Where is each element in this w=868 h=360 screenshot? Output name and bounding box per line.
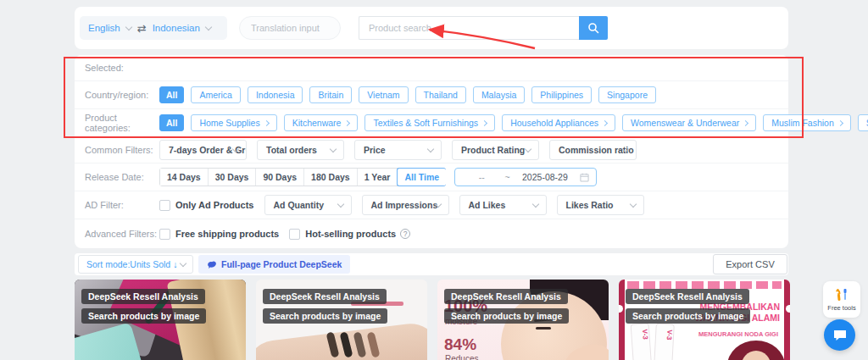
product-search-group [359, 16, 608, 40]
advanced-filters-label: Advanced Filters: [85, 229, 159, 239]
common-filters-row: Common Filters: 7-days Order & Gr··· Tot… [75, 137, 788, 163]
chevron-down-icon [205, 23, 212, 30]
category-button-household-appliances[interactable]: Household Appliances [502, 114, 615, 131]
fullpage-deepseek-button[interactable]: Full-page Product DeepSeek [198, 255, 350, 274]
segment-180-days[interactable]: 180 Days [304, 169, 358, 186]
free-tools-label: Free tools [827, 304, 855, 312]
date-range-picker[interactable]: -- ~ 2025-08-29 [454, 168, 597, 186]
dropdown-total-orders[interactable]: Total orders [257, 140, 344, 160]
free-shipping-label: Free shipping products [175, 229, 279, 239]
segment-all-time[interactable]: All Time [397, 168, 446, 186]
deepseek-resell-analysis-button[interactable]: DeepSeek Resell Analysis [626, 289, 749, 304]
country-button-britain[interactable]: Britain [309, 86, 352, 103]
country-button-indonesia[interactable]: Indonesia [248, 86, 303, 103]
chevron-down-icon [330, 146, 337, 152]
free-shipping-checkbox[interactable] [159, 229, 170, 240]
image-text: V-3 [656, 324, 674, 341]
category-button-kitchenware[interactable]: Kitchenware [284, 114, 359, 131]
chevron-right-icon [344, 119, 350, 125]
results-toolbar: Sort mode:Units Sold ↓ Full-page Product… [75, 253, 788, 275]
release-date-segments: 14 Days 30 Days 90 Days 180 Days 1 Year … [159, 168, 446, 186]
dropdown-7days-order-growth[interactable]: 7-days Order & Gr··· [159, 140, 247, 160]
dropdown-ad-likes[interactable]: Ad Likes [459, 195, 547, 215]
date-from-value: -- [462, 172, 501, 182]
category-button-home-supplies[interactable]: Home Supplies [191, 114, 276, 131]
country-all-button[interactable]: All [159, 86, 184, 103]
translation-search-bar: English ⇄ Indonesian [75, 7, 788, 49]
hot-selling-label: Hot-selling products [305, 229, 396, 239]
tools-icon [833, 287, 850, 302]
country-button-vietnam[interactable]: Vietnam [359, 86, 408, 103]
search-button[interactable] [579, 16, 608, 40]
deepseek-resell-analysis-button[interactable]: DeepSeek Resell Analysis [81, 289, 205, 304]
deepseek-resell-analysis-button[interactable]: DeepSeek Resell Analysis [444, 289, 568, 304]
segment-14-days[interactable]: 14 Days [160, 169, 209, 186]
free-tools-button[interactable]: Free tools [823, 281, 860, 318]
chevron-right-icon [264, 119, 270, 125]
dropdown-price[interactable]: Price [354, 140, 442, 160]
category-button-textiles[interactable]: Textiles & Soft Furnishings [364, 114, 495, 131]
search-by-image-button[interactable]: Search products by image [626, 308, 750, 324]
date-separator: ~ [505, 172, 510, 182]
chevron-down-icon [125, 23, 131, 30]
segment-1-year[interactable]: 1 Year [358, 169, 398, 186]
country-button-singapore[interactable]: Singapore [598, 86, 656, 103]
search-by-image-button[interactable]: Search products by image [81, 308, 206, 324]
chevron-down-icon [525, 146, 531, 152]
image-text: Reduces [445, 354, 478, 360]
sort-mode-dropdown[interactable]: Sort mode:Units Sold ↓ [78, 255, 193, 274]
chevron-right-icon [481, 119, 487, 125]
swap-languages-icon[interactable]: ⇄ [137, 23, 147, 34]
chevron-right-icon [837, 119, 843, 125]
dropdown-product-rating[interactable]: Product Rating [452, 140, 539, 160]
category-button-womenswear[interactable]: Womenswear & Underwear [622, 114, 756, 131]
dropdown-ad-quantity[interactable]: Ad Quantity [264, 195, 352, 215]
image-text: MENGURANGI NODA GIGI [698, 330, 778, 338]
date-to-value: 2025-08-29 [514, 172, 576, 182]
country-region-label: Country/region: [85, 90, 159, 100]
target-language-select[interactable]: Indonesian [153, 23, 200, 33]
dropdown-commission-ratio[interactable]: Commission ratio [549, 140, 637, 160]
ad-filter-row: AD Filter: Only Ad Products Ad Quantity … [75, 191, 788, 219]
only-ad-products-checkbox[interactable] [159, 200, 170, 211]
advanced-filters-row: Advanced Filters: Free shipping products… [75, 219, 788, 248]
category-button-shoes[interactable]: Shoes [858, 114, 868, 131]
category-all-button[interactable]: All [159, 114, 184, 131]
category-button-muslim-fashion[interactable]: Muslim Fashion [763, 114, 851, 131]
chevron-down-icon [427, 146, 434, 152]
country-button-america[interactable]: America [191, 86, 241, 103]
hot-selling-checkbox[interactable] [289, 229, 300, 240]
source-language-select[interactable]: English [88, 23, 120, 33]
help-icon[interactable]: ? [400, 229, 410, 239]
country-button-philippines[interactable]: Philippines [531, 86, 592, 103]
page: { "topbar": { "source_lang": "English", … [0, 0, 868, 360]
image-text: V-3 [632, 324, 649, 340]
filter-panel: Selected: Country/region: All America In… [75, 55, 788, 248]
product-card[interactable]: 100% moisture 84% Reduces DeepSeek Resel… [437, 280, 609, 360]
product-card[interactable]: DeepSeek Resell Analysis Search products… [256, 280, 427, 360]
country-button-malaysia[interactable]: Malaysia [473, 86, 525, 103]
search-by-image-button[interactable]: Search products by image [263, 308, 387, 324]
chat-messenger-button[interactable] [824, 319, 855, 351]
chevron-right-icon [602, 119, 608, 125]
deepseek-resell-analysis-button[interactable]: DeepSeek Resell Analysis [263, 289, 387, 304]
segment-90-days[interactable]: 90 Days [256, 169, 304, 186]
dropdown-likes-ratio[interactable]: Likes Ratio [557, 195, 644, 215]
product-search-input[interactable] [359, 16, 579, 40]
language-pair-selector[interactable]: English ⇄ Indonesian [80, 16, 227, 40]
country-button-thailand[interactable]: Thailand [415, 86, 466, 103]
product-card[interactable]: MENGEMBALIKAN WARNA GIGI ALAMI MENGURANG… [619, 280, 790, 360]
chevron-down-icon [337, 201, 343, 208]
search-by-image-button[interactable]: Search products by image [444, 308, 569, 324]
dropdown-ad-impressions[interactable]: Ad Impressions [362, 195, 449, 215]
segment-30-days[interactable]: 30 Days [209, 169, 257, 186]
image-text: 84% [444, 335, 476, 354]
release-date-row: Release Date: 14 Days 30 Days 90 Days 18… [75, 163, 788, 191]
selected-label: Selected: [85, 63, 159, 73]
export-csv-button[interactable]: Export CSV [713, 254, 787, 274]
product-categories-row: Product categories: All Home Supplies Ki… [75, 109, 788, 137]
only-ad-products-label: Only Ad Products [175, 200, 254, 210]
translation-input[interactable] [239, 16, 341, 40]
product-card[interactable]: DeepSeek Resell Analysis Search products… [75, 280, 246, 360]
product-categories-label: Product categories: [85, 113, 159, 133]
